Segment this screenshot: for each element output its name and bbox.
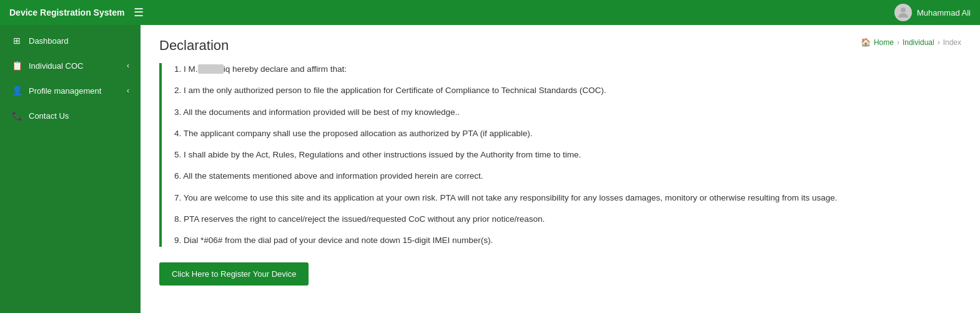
main-layout: ⊞ Dashboard 📋 Individual COC ‹ 👤 Profile… <box>0 25 980 313</box>
profile-icon: 👤 <box>11 86 22 96</box>
breadcrumb-individual[interactable]: Individual <box>903 38 934 47</box>
sidebar-item-dashboard[interactable]: ⊞ Dashboard <box>0 28 141 53</box>
chevron-icon-profile: ‹ <box>127 86 129 95</box>
individual-coc-icon: 📋 <box>11 61 22 71</box>
declaration-item-2: 2. I am the only authorized person to fi… <box>174 84 961 97</box>
breadcrumb-current: Index <box>943 38 961 47</box>
declaration-item-8: 8. PTA reserves the right to cancel/reje… <box>174 213 961 226</box>
declaration-item-4: 4. The applicant company shall use the p… <box>174 127 961 140</box>
declaration-item-5: 5. I shall abide by the Act, Rules, Regu… <box>174 149 961 161</box>
home-icon: 🏠 <box>861 37 871 47</box>
declaration-item-3: 3. All the documents and information pro… <box>174 106 961 119</box>
declaration-item-7: 7. You are welcome to use this site and … <box>174 192 961 204</box>
navbar-right: Muhammad Ali <box>894 4 971 21</box>
chevron-icon: ‹ <box>127 61 129 70</box>
sidebar-label-contact: Contact Us <box>29 111 69 121</box>
sidebar-item-contact-us[interactable]: 📞 Contact Us <box>0 103 141 128</box>
username-text: Muhammad Ali <box>917 8 971 17</box>
declaration-item-9: 9. Dial *#06# from the dial pad of your … <box>174 234 961 247</box>
navbar-left: Device Registration System ☰ <box>9 6 144 19</box>
register-device-button[interactable]: Click Here to Register Your Device <box>159 262 309 286</box>
content-area: Declaration 🏠 Home › Individual › Index … <box>141 25 980 313</box>
page-title: Declaration <box>159 37 229 54</box>
user-avatar <box>894 4 912 21</box>
sidebar: ⊞ Dashboard 📋 Individual COC ‹ 👤 Profile… <box>0 25 141 313</box>
sidebar-label-individual-coc: Individual COC <box>29 61 83 71</box>
sidebar-label-dashboard: Dashboard <box>29 36 69 46</box>
sidebar-label-profile: Profile management <box>29 86 101 96</box>
breadcrumb-home[interactable]: Home <box>874 38 894 47</box>
sidebar-item-individual-coc[interactable]: 📋 Individual COC ‹ <box>0 53 141 78</box>
sidebar-item-profile-management[interactable]: 👤 Profile management ‹ <box>0 78 141 103</box>
breadcrumb-sep-1: › <box>897 38 899 47</box>
declaration-list: 1. I M. iq hereby declare and affirm tha… <box>159 63 961 247</box>
top-navbar: Device Registration System ☰ Muhammad Al… <box>0 0 980 25</box>
declaration-item-6: 6. All the statements mentioned above an… <box>174 170 961 182</box>
svg-point-0 <box>901 7 906 12</box>
dashboard-icon: ⊞ <box>11 36 22 46</box>
app-title: Device Registration System <box>9 7 124 17</box>
breadcrumb-sep-2: › <box>938 38 940 47</box>
contact-icon: 📞 <box>11 111 22 121</box>
declaration-item-1: 1. I M. iq hereby declare and affirm tha… <box>174 63 961 76</box>
breadcrumb-bar: Declaration 🏠 Home › Individual › Index <box>159 37 961 54</box>
hamburger-icon[interactable]: ☰ <box>134 6 144 19</box>
breadcrumb: 🏠 Home › Individual › Index <box>861 37 961 47</box>
